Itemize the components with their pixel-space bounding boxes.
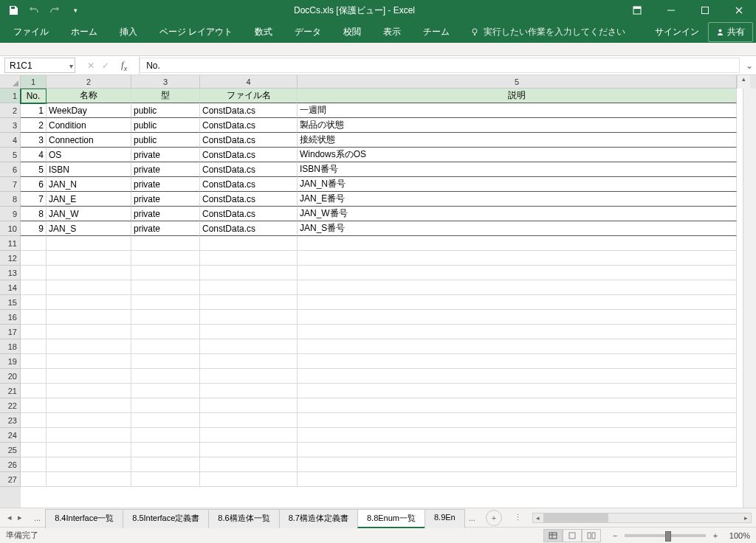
row-header[interactable]: 23 <box>0 413 21 428</box>
cell[interactable] <box>47 325 131 339</box>
cell[interactable]: ConstData.cs <box>200 162 298 177</box>
cell[interactable] <box>131 251 200 266</box>
cell[interactable]: 型 <box>131 89 200 103</box>
chevron-down-icon[interactable]: ▾ <box>69 61 73 69</box>
row-header[interactable]: 25 <box>0 443 21 457</box>
cell[interactable]: ConstData.cs <box>200 207 298 221</box>
cell[interactable] <box>47 354 131 369</box>
sheet-tab-options-icon[interactable]: ⋮ <box>508 513 528 522</box>
cells-area[interactable]: No.名称型ファイル名説明1WeekDaypublicConstData.cs一… <box>21 89 743 508</box>
cell[interactable] <box>298 354 737 369</box>
cell[interactable]: 7 <box>21 192 47 207</box>
cell[interactable] <box>131 428 200 443</box>
cell[interactable]: 名称 <box>47 89 131 103</box>
tab-review[interactable]: 校閲 <box>333 21 371 43</box>
cell[interactable] <box>131 325 200 339</box>
view-pagelayout-icon[interactable] <box>563 529 582 542</box>
cancel-icon[interactable]: ✕ <box>87 60 94 71</box>
cell[interactable] <box>298 472 737 487</box>
cell[interactable] <box>21 280 47 295</box>
cell[interactable]: ConstData.cs <box>200 221 298 236</box>
row-header[interactable]: 18 <box>0 339 21 354</box>
cell[interactable] <box>200 251 298 266</box>
cell[interactable]: public <box>131 118 200 133</box>
cell[interactable] <box>131 369 200 384</box>
sheet-tab[interactable]: 8.7構造体定義書 <box>279 509 358 528</box>
scroll-right-icon[interactable]: ▸ <box>740 514 751 522</box>
cell[interactable] <box>298 251 737 266</box>
row-header[interactable]: 22 <box>0 398 21 413</box>
cell[interactable] <box>47 413 131 428</box>
tab-home[interactable]: ホーム <box>61 21 108 43</box>
cell[interactable] <box>21 266 47 280</box>
row-header[interactable]: 13 <box>0 266 21 280</box>
cell[interactable] <box>131 398 200 413</box>
formula-expand-icon[interactable]: ⌄ <box>743 56 756 75</box>
row-header[interactable]: 1 <box>0 89 21 103</box>
view-pagebreak-icon[interactable] <box>582 529 601 542</box>
cell[interactable]: 一週間 <box>298 103 737 118</box>
sheet-tab[interactable]: 8.5Interface定義書 <box>123 509 209 528</box>
cell[interactable] <box>21 339 47 354</box>
cell[interactable]: private <box>131 192 200 207</box>
row-header[interactable]: 2 <box>0 103 21 118</box>
cell[interactable] <box>298 266 737 280</box>
cell[interactable]: Windows系のOS <box>298 148 737 162</box>
cell[interactable]: ConstData.cs <box>200 148 298 162</box>
cell[interactable]: ConstData.cs <box>200 118 298 133</box>
cell[interactable] <box>21 369 47 384</box>
row-header[interactable]: 27 <box>0 472 21 487</box>
cell[interactable]: JAN_E番号 <box>298 192 737 207</box>
cell[interactable]: 製品の状態 <box>298 118 737 133</box>
cell[interactable]: Connection <box>47 133 131 148</box>
cell[interactable] <box>21 236 47 251</box>
cell[interactable] <box>298 413 737 428</box>
cell[interactable] <box>200 295 298 310</box>
cell[interactable] <box>21 384 47 398</box>
row-header[interactable]: 6 <box>0 162 21 177</box>
cell[interactable] <box>47 369 131 384</box>
zoom-in-button[interactable]: + <box>710 531 721 540</box>
cell[interactable] <box>21 472 47 487</box>
cell[interactable] <box>47 428 131 443</box>
cell[interactable] <box>21 354 47 369</box>
cell[interactable]: private <box>131 148 200 162</box>
name-box[interactable]: R1C1 ▾ <box>4 58 75 73</box>
cell[interactable] <box>47 266 131 280</box>
cell[interactable]: ConstData.cs <box>200 103 298 118</box>
cell[interactable]: 接続状態 <box>298 133 737 148</box>
cell[interactable] <box>47 251 131 266</box>
tell-me[interactable]: 実行したい作業を入力してください <box>461 26 634 38</box>
cell[interactable]: WeekDay <box>47 103 131 118</box>
cell[interactable]: private <box>131 162 200 177</box>
row-header[interactable]: 3 <box>0 118 21 133</box>
cell[interactable] <box>47 398 131 413</box>
cell[interactable] <box>200 369 298 384</box>
tab-team[interactable]: チーム <box>413 21 460 43</box>
signin-link[interactable]: サインイン <box>647 21 707 43</box>
sheet-next-icon[interactable]: ▸ <box>16 511 24 524</box>
cell[interactable]: public <box>131 103 200 118</box>
cell[interactable]: JAN_S <box>47 221 131 236</box>
tab-formulas[interactable]: 数式 <box>244 21 283 43</box>
cell[interactable] <box>131 443 200 457</box>
cell[interactable] <box>298 369 737 384</box>
row-header[interactable]: 11 <box>0 236 21 251</box>
cell[interactable]: JAN_N <box>47 177 131 192</box>
redo-icon[interactable] <box>47 3 62 18</box>
cell[interactable]: 2 <box>21 118 47 133</box>
cell[interactable]: 6 <box>21 177 47 192</box>
cell[interactable]: OS <box>47 148 131 162</box>
vertical-scrollbar[interactable] <box>743 89 756 508</box>
col-header[interactable]: 3 <box>131 75 200 89</box>
cell[interactable] <box>131 354 200 369</box>
vertical-scrollbar[interactable]: ▴ <box>737 75 750 89</box>
cell[interactable]: 1 <box>21 103 47 118</box>
cell[interactable] <box>200 413 298 428</box>
sheet-overflow-right[interactable]: ... <box>464 513 480 522</box>
cell[interactable]: 3 <box>21 133 47 148</box>
view-normal-icon[interactable] <box>543 529 563 542</box>
cell[interactable] <box>200 339 298 354</box>
row-header[interactable]: 21 <box>0 384 21 398</box>
cell[interactable]: JAN_N番号 <box>298 177 737 192</box>
